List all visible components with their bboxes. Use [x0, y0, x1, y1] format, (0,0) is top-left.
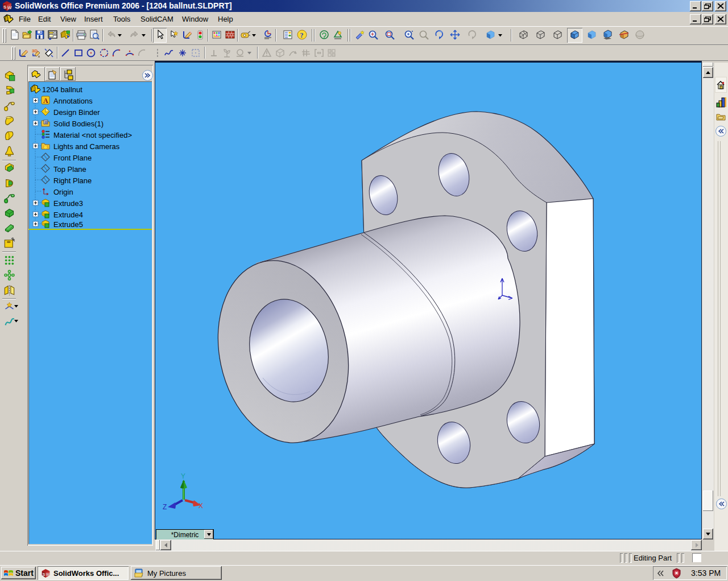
svg-text:S: S — [3, 5, 7, 10]
svg-text:W: W — [7, 5, 12, 10]
svg-text:X: X — [198, 502, 203, 510]
svg-text:Y: Y — [181, 472, 185, 480]
svg-text:A: A — [43, 97, 48, 105]
svg-text:W: W — [46, 572, 50, 577]
svg-text:?: ? — [300, 31, 304, 39]
svg-text:S: S — [43, 572, 46, 576]
svg-text:Z: Z — [163, 503, 167, 511]
